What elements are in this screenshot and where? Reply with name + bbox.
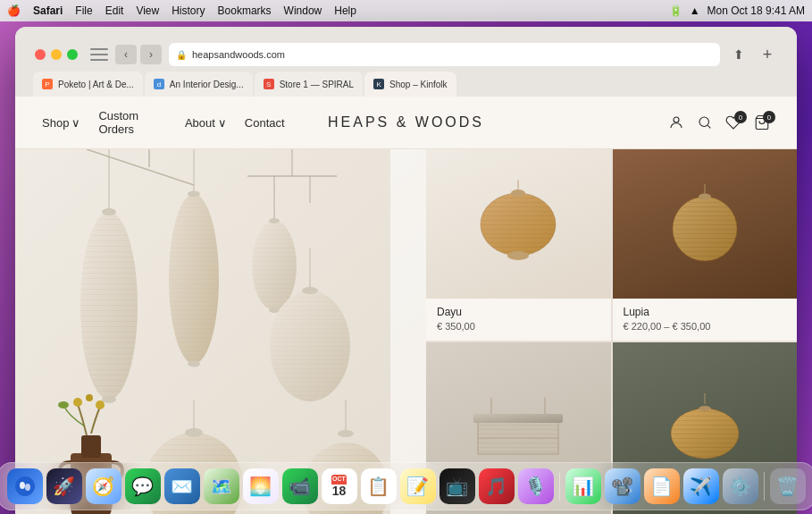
dock-trash[interactable]: 🗑️ — [770, 468, 806, 504]
menubar-history[interactable]: History — [172, 4, 205, 17]
dock-podcasts[interactable]: 🎙️ — [518, 468, 554, 504]
svg-point-75 — [699, 406, 711, 411]
search-button[interactable] — [697, 114, 713, 131]
dock-keynote[interactable]: 📽️ — [605, 468, 640, 504]
menubar-window[interactable]: Window — [284, 4, 322, 17]
site-header: Shop ∨ Custom Orders About ∨ Contact HEA… — [15, 97, 797, 149]
new-tab-button[interactable]: + — [758, 45, 777, 64]
product-dayu[interactable]: Dayu € 350,00 — [426, 149, 611, 341]
dayu-lamp-svg — [473, 180, 563, 269]
menubar-battery: 🔋 — [669, 4, 682, 17]
nav-shop[interactable]: Shop ∨ — [42, 116, 80, 130]
dock-messages[interactable]: 💬 — [125, 468, 161, 504]
svg-point-45 — [86, 394, 93, 401]
dock-maps[interactable]: 🗺️ — [204, 468, 239, 504]
nav-buttons: ‹ › — [115, 45, 162, 64]
menubar-view[interactable]: View — [136, 4, 159, 17]
menubar-bookmarks[interactable]: Bookmarks — [218, 4, 272, 17]
menubar-app-name[interactable]: Safari — [33, 4, 63, 17]
svg-point-57 — [673, 197, 737, 261]
fullscreen-button[interactable] — [67, 49, 78, 60]
svg-point-16 — [188, 191, 200, 198]
url-bar[interactable]: 🔒 heapsandwoods.com — [169, 43, 720, 66]
tab-spiral[interactable]: S Store 1 — SPIRAL — [255, 72, 363, 97]
svg-point-43 — [73, 398, 82, 407]
svg-rect-38 — [390, 149, 426, 514]
shop-chevron-icon: ∨ — [71, 116, 80, 130]
product-lupia[interactable]: Lupia € 220,00 – € 350,00 — [613, 149, 798, 341]
traffic-lights — [35, 49, 78, 60]
dock-testflight[interactable]: ✈️ — [683, 468, 719, 504]
dock-music[interactable]: 🎵 — [479, 468, 515, 504]
nav-about[interactable]: About ∨ — [185, 116, 227, 130]
svg-point-10 — [80, 212, 138, 400]
url-text[interactable]: heapsandwoods.com — [192, 49, 285, 60]
dock-pages[interactable]: 📄 — [644, 468, 680, 504]
product-dayu-info: Dayu € 350,00 — [426, 299, 611, 341]
nav-contact[interactable]: Contact — [245, 116, 285, 130]
product-lupia-image — [613, 149, 798, 299]
cart-button[interactable]: 0 — [754, 114, 770, 131]
dock-tv[interactable]: 📺 — [439, 468, 475, 504]
product-lupia-info: Lupia € 220,00 – € 350,00 — [613, 299, 798, 341]
tab-favicon-kinfolk: K — [373, 79, 384, 89]
wishlist-button[interactable]: 0 — [725, 114, 741, 131]
tab-label-spiral: Store 1 — SPIRAL — [280, 80, 354, 89]
product4-lamp-svg — [665, 393, 745, 465]
account-button[interactable] — [668, 114, 684, 131]
dock-notes[interactable]: 📝 — [400, 468, 436, 504]
apple-menu[interactable]: 🍎 — [7, 4, 21, 17]
dock-finder[interactable] — [7, 468, 43, 504]
svg-point-50 — [481, 193, 556, 256]
menubar-help[interactable]: Help — [334, 4, 356, 17]
browser-window: ‹ › 🔒 heapsandwoods.com ⬆ + P Poketo | A… — [15, 27, 797, 514]
dock-system-prefs[interactable]: ⚙️ — [723, 468, 758, 504]
browser-chrome: ‹ › 🔒 heapsandwoods.com ⬆ + P Poketo | A… — [15, 27, 797, 97]
product-dayu-image — [426, 149, 611, 299]
menubar-edit[interactable]: Edit — [105, 4, 124, 17]
dock-launchpad[interactable]: 🚀 — [46, 468, 82, 504]
site-logo[interactable]: HEAPS & WOODS — [285, 114, 528, 131]
menubar: 🍎 Safari File Edit View History Bookmark… — [0, 0, 812, 21]
dock-calendar[interactable]: OCT 18 — [322, 468, 357, 504]
svg-point-52 — [511, 190, 525, 197]
svg-rect-42 — [81, 435, 101, 458]
minimize-button[interactable] — [51, 49, 62, 60]
svg-point-11 — [102, 208, 116, 215]
nav-custom-orders[interactable]: Custom Orders — [98, 109, 167, 136]
share-button[interactable]: ⬆ — [727, 45, 750, 64]
dock-mail[interactable]: ✉️ — [164, 468, 200, 504]
hero-section — [15, 149, 426, 514]
product3-lamp-svg — [465, 398, 572, 460]
tab-kinfolk[interactable]: K Shop – Kinfolk — [364, 72, 456, 97]
tab-label-kinfolk: Shop – Kinfolk — [389, 80, 448, 89]
sidebar-toggle[interactable] — [90, 48, 108, 61]
dock-safari[interactable]: 🧭 — [86, 468, 121, 504]
product-dayu-name: Dayu — [437, 306, 600, 318]
svg-point-29 — [185, 428, 203, 437]
svg-point-24 — [269, 218, 280, 223]
svg-point-37 — [338, 430, 354, 437]
back-button[interactable]: ‹ — [115, 45, 137, 64]
browser-tabs: P Poketo | Art & De... d An Interior Des… — [24, 72, 788, 97]
dock-reminders[interactable]: 📋 — [361, 468, 397, 504]
product-grid: Dayu € 350,00 — [426, 149, 797, 514]
about-chevron-icon: ∨ — [218, 116, 227, 130]
forward-button[interactable]: › — [140, 45, 162, 64]
hero-lamp-illustration — [15, 149, 426, 514]
svg-point-44 — [96, 400, 105, 409]
tab-poketo[interactable]: P Poketo | Art & De... — [33, 72, 143, 97]
svg-point-59 — [699, 193, 711, 199]
svg-point-73 — [671, 409, 739, 459]
dock-photos[interactable]: 🌅 — [243, 468, 279, 504]
svg-point-25 — [269, 308, 280, 313]
dock-facetime[interactable]: 📹 — [282, 468, 318, 504]
svg-point-32 — [270, 291, 350, 401]
close-button[interactable] — [35, 49, 46, 60]
svg-point-77 — [20, 482, 25, 489]
svg-point-53 — [507, 251, 529, 260]
dock-numbers[interactable]: 📊 — [565, 468, 601, 504]
tab-interior[interactable]: d An Interior Desig... — [145, 72, 253, 97]
menubar-file[interactable]: File — [75, 4, 92, 17]
nav-left: Shop ∨ Custom Orders About ∨ Contact — [42, 109, 285, 136]
